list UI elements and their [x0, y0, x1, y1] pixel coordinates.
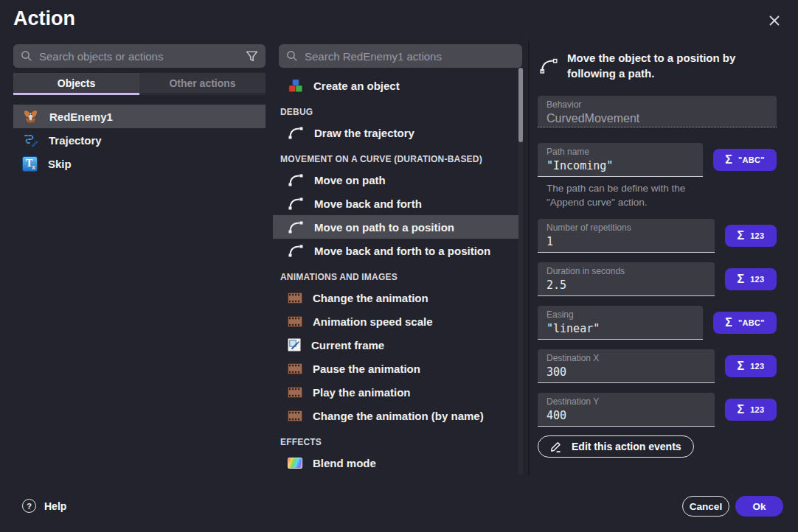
expression-editor-button-123[interactable]: Σ 123 — [725, 399, 777, 421]
section-label: DEBUG — [280, 107, 313, 117]
curve-icon — [288, 243, 304, 258]
tab-objects[interactable]: Objects — [13, 73, 139, 95]
section-header-effects: EFFECTS — [273, 427, 521, 451]
field-value[interactable]: 400 — [547, 409, 706, 422]
action-label: Change the animation — [313, 292, 429, 304]
action-label: Draw the trajectory — [314, 127, 414, 139]
filter-icon[interactable] — [246, 50, 258, 63]
action-row-current-frame[interactable]: Current frame — [273, 333, 521, 357]
object-row-skip[interactable]: Tx Skip — [13, 152, 266, 175]
left-panel-tabs: Objects Other actions — [13, 73, 266, 95]
field-label: Path name — [547, 147, 694, 157]
cancel-button[interactable]: Cancel — [682, 496, 729, 517]
action-row-create-an-object[interactable]: Create an object — [273, 74, 521, 97]
action-label: Create an object — [313, 80, 400, 92]
action-label: Animation speed scale — [313, 315, 433, 328]
action-label: Play the animation — [313, 386, 411, 399]
curve-icon — [288, 172, 304, 187]
panel-divider — [528, 41, 530, 475]
edit-action-events-label: Edit this action events — [572, 441, 681, 452]
search-icon — [286, 50, 298, 62]
field-label: Easing — [547, 309, 694, 320]
field-row-number-of-repetitions: Number of repetitions 1 Σ 123 — [538, 219, 777, 253]
object-label: Trajectory — [49, 134, 102, 147]
action-label: Blend mode — [313, 457, 376, 469]
action-label: Move on path to a position — [314, 221, 454, 234]
action-label: Move on path — [314, 174, 386, 186]
destination-y-field[interactable]: Destination Y 400 — [538, 393, 715, 427]
object-row-redenemy1[interactable]: RedEnemy1 — [13, 105, 266, 128]
curve-icon — [288, 125, 304, 140]
section-header-movement-on-a-curve: MOVEMENT ON A CURVE (DURATION-BASED) — [273, 144, 521, 168]
field-value[interactable]: 1 — [547, 235, 706, 248]
tab-other-actions-label: Other actions — [169, 77, 235, 89]
action-row-animation-speed-scale[interactable]: Animation speed scale — [273, 309, 521, 333]
field-value[interactable]: "Incoming" — [547, 159, 694, 172]
object-row-trajectory[interactable]: Trajectory — [13, 128, 266, 152]
action-label: Move back and forth to a position — [314, 245, 490, 257]
path-name-field[interactable]: Path name "Incoming" — [538, 143, 703, 177]
field-row-duration-in-seconds: Duration in seconds 2.5 Σ 123 — [538, 262, 777, 296]
search-icon — [21, 50, 32, 62]
action-row-blend-mode[interactable]: Blend mode — [273, 451, 521, 475]
action-row-move-back-and-forth[interactable]: Move back and forth — [273, 192, 521, 215]
sigma-icon: Σ — [738, 404, 745, 416]
sigma-icon: Σ — [738, 230, 745, 242]
help-button[interactable]: ? Help — [22, 499, 66, 513]
film-strip-icon — [288, 387, 302, 398]
expression-type-label: "ABC" — [738, 155, 765, 164]
action-row-change-the-animation-by-name[interactable]: Change the animation (by name) — [273, 404, 521, 427]
easing-field[interactable]: Easing "linear" — [538, 306, 703, 340]
field-row-destination-x: Destination X 300 Σ 123 — [538, 349, 777, 383]
film-strip-icon — [288, 363, 302, 374]
film-strip-icon — [288, 316, 302, 327]
actions-search-input[interactable] — [305, 50, 515, 63]
actions-list-scrollbar-thumb[interactable] — [518, 68, 523, 142]
actions-list: Create an object DEBUG Draw the trajecto… — [273, 74, 521, 475]
number-of-repetitions-field[interactable]: Number of repetitions 1 — [538, 219, 715, 253]
field-value[interactable]: "linear" — [547, 322, 694, 335]
actions-search-bar — [279, 44, 522, 68]
ok-button[interactable]: Ok — [735, 496, 783, 517]
edit-action-events-button[interactable]: Edit this action events — [538, 435, 694, 458]
blend-mode-icon — [288, 458, 302, 469]
sigma-icon: Σ — [738, 273, 745, 285]
objects-search-bar — [13, 44, 266, 68]
action-row-pause-the-animation[interactable]: Pause the animation — [273, 357, 521, 380]
action-row-change-the-animation[interactable]: Change the animation — [273, 286, 521, 309]
film-strip-icon — [288, 410, 302, 421]
action-label: Current frame — [311, 339, 384, 351]
expression-editor-button-123[interactable]: Σ 123 — [725, 268, 777, 290]
behavior-field: Behavior CurvedMovement — [538, 96, 777, 127]
expression-editor-button-123[interactable]: Σ 123 — [725, 355, 777, 377]
tab-other-actions[interactable]: Other actions — [139, 73, 266, 95]
field-row-destination-y: Destination Y 400 Σ 123 — [538, 393, 777, 427]
action-row-move-on-path-to-a-position[interactable]: Move on path to a position — [273, 215, 521, 239]
field-value[interactable]: 300 — [547, 365, 706, 379]
field-label: Number of repetitions — [547, 223, 706, 233]
expression-editor-button-123[interactable]: Σ 123 — [725, 225, 777, 247]
cubes-icon — [288, 78, 303, 94]
curve-icon — [288, 196, 304, 211]
action-label: Change the animation (by name) — [313, 410, 484, 422]
objects-search-input[interactable] — [39, 50, 239, 63]
action-row-move-on-path[interactable]: Move on path — [273, 168, 521, 192]
object-label: Skip — [48, 158, 72, 170]
action-row-draw-the-trajectory[interactable]: Draw the trajectory — [273, 121, 521, 144]
pencil-icon — [550, 441, 563, 452]
field-row-easing: Easing "linear" Σ "ABC" — [538, 306, 777, 340]
path-name-helper-text: The path can be define with the "Append … — [547, 181, 718, 209]
close-button[interactable] — [764, 10, 785, 31]
duration-in-seconds-field[interactable]: Duration in seconds 2.5 — [538, 262, 715, 296]
field-value[interactable]: 2.5 — [547, 279, 706, 292]
section-label: EFFECTS — [280, 437, 322, 447]
destination-x-field[interactable]: Destination X 300 — [538, 349, 715, 383]
action-row-play-the-animation[interactable]: Play the animation — [273, 380, 521, 404]
tab-objects-label: Objects — [58, 77, 95, 89]
action-row-move-back-and-forth-to-a-position[interactable]: Move back and forth to a position — [273, 239, 521, 262]
field-row-behavior: Behavior CurvedMovement — [538, 96, 777, 127]
enemy-sprite-icon — [22, 108, 39, 125]
expression-editor-button-abc[interactable]: Σ "ABC" — [713, 312, 777, 334]
expression-editor-button-abc[interactable]: Σ "ABC" — [713, 149, 777, 171]
section-header-animations-and-images: ANIMATIONS AND IMAGES — [273, 262, 521, 286]
